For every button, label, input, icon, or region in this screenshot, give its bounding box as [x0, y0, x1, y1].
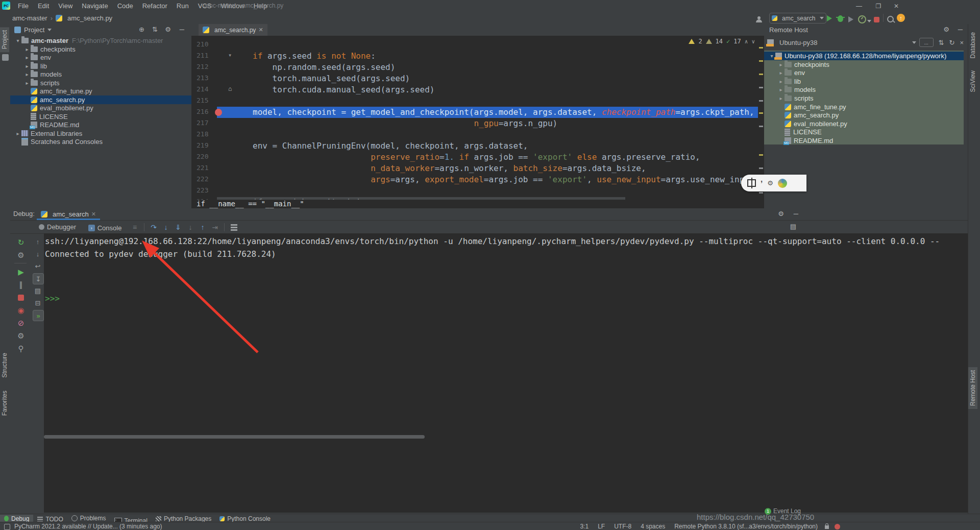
stop-button[interactable] — [874, 15, 879, 23]
evaluate-expression-icon[interactable] — [228, 223, 240, 231]
run-to-cursor-icon[interactable]: ⇥ — [209, 223, 221, 231]
code-line-218[interactable]: 218 — [191, 129, 764, 140]
horizontal-scrollbar[interactable] — [44, 435, 425, 439]
tree-row-scripts[interactable]: ▸scripts — [764, 94, 964, 103]
code-line-217[interactable]: 217 n_gpu=args.n_gpu) — [191, 118, 764, 129]
remote-host-header[interactable]: Remote Host — [769, 24, 808, 35]
tool-window-tab-structure[interactable]: Structure — [0, 350, 9, 381]
fold-marker-icon[interactable]: ▾ — [228, 52, 232, 59]
code-line-214[interactable]: 214⌂ torch.cuda.manual_seed(args.seed) — [191, 84, 764, 95]
readonly-lock-icon[interactable] — [825, 525, 829, 529]
fold-marker-icon[interactable]: ⌂ — [228, 85, 232, 92]
tree-row-amc-fine-tune-py[interactable]: amc_fine_tune.py — [764, 103, 964, 111]
chevron-right-icon[interactable]: ▸ — [777, 62, 785, 67]
ime-logo-icon[interactable] — [778, 179, 787, 188]
code-line-210[interactable]: 210 — [191, 39, 764, 51]
chevron-down-icon[interactable]: ▾ — [14, 38, 21, 43]
code-line-215[interactable]: 215 — [191, 95, 764, 107]
next-problem-icon[interactable]: ∨ — [751, 38, 755, 45]
chevron-right-icon[interactable]: ▸ — [23, 55, 31, 60]
chevron-right-icon[interactable]: ▸ — [23, 71, 31, 77]
menu-run[interactable]: Run — [172, 0, 193, 12]
run-button[interactable] — [827, 14, 832, 21]
tool-window-switcher-icon[interactable] — [4, 524, 10, 530]
maximize-button[interactable]: ❐ — [871, 0, 886, 12]
inspections-widget[interactable]: 2 14 ✓ 17 ∧ ∨ — [689, 38, 755, 45]
code-line-211[interactable]: 211▾if args.seed is not None: — [191, 51, 764, 62]
more-options-button[interactable]: ... — [919, 38, 934, 47]
tree-row-checkpoints[interactable]: ▸checkpoints — [764, 60, 964, 69]
tab-debugger[interactable]: Debugger — [34, 220, 81, 233]
run-configuration-select[interactable]: amc_search — [769, 13, 826, 23]
minimize-button[interactable]: — — [851, 0, 867, 12]
step-into-icon[interactable]: ↓ — [160, 223, 172, 231]
step-into-my-code-icon[interactable]: ↓ — [184, 223, 197, 231]
stripe-mark[interactable] — [759, 167, 763, 169]
breadcrumb-project[interactable]: amc-master — [12, 14, 47, 22]
tree-row-lib[interactable]: ▸lib — [764, 77, 964, 86]
status-widget[interactable]: 3:1 — [580, 523, 589, 530]
stripe-mark[interactable] — [759, 126, 763, 127]
prev-problem-icon[interactable]: ∧ — [745, 38, 748, 45]
ime-chinese-icon[interactable] — [747, 179, 756, 187]
update-available-icon[interactable]: ↑ — [897, 14, 905, 22]
notification-icon[interactable] — [835, 524, 840, 529]
rerun-icon[interactable]: ↻ — [15, 237, 27, 248]
menu-refactor[interactable]: Refactor — [138, 0, 172, 12]
collapse-all-icon[interactable]: ⇅ — [152, 26, 158, 33]
profiler-chevron-icon[interactable] — [867, 17, 871, 25]
settings-icon[interactable]: ⚙ — [15, 331, 27, 341]
mute-breakpoints-icon[interactable]: ⊘ — [15, 318, 27, 328]
menu-view[interactable]: View — [54, 0, 77, 12]
soft-wrap-icon[interactable]: ↩ — [33, 261, 43, 271]
collapse-expand-icon[interactable]: ⇅ — [939, 39, 944, 46]
chevron-right-icon[interactable]: ▸ — [777, 70, 785, 76]
chevron-right-icon[interactable]: ▸ — [777, 79, 785, 84]
stripe-mark[interactable] — [759, 60, 763, 62]
chevron-right-icon[interactable]: ▸ — [777, 87, 785, 92]
profiler-button[interactable] — [858, 15, 866, 23]
debug-console[interactable]: ssh://liyanpeng@192.168.66.128:22/home/l… — [44, 233, 958, 509]
code-line-213[interactable]: 213 torch.manual_seed(args.seed) — [191, 73, 764, 84]
tool-window-tab-remote-host[interactable]: Remote Host — [968, 367, 977, 409]
stripe-mark[interactable] — [759, 192, 763, 194]
tool-window-tab-project[interactable]: Project — [0, 27, 9, 52]
tree-row-readme-md[interactable]: README.md — [10, 121, 191, 129]
tree-row-scripts[interactable]: ▸scripts — [10, 79, 191, 87]
tree-row-license[interactable]: LICENSE — [764, 128, 964, 136]
chevron-right-icon[interactable]: ▸ — [23, 80, 31, 86]
layout-settings-icon[interactable]: ▤ — [790, 223, 796, 230]
code-line-221[interactable]: 221 n_data_worker=args.n_worker, batch_s… — [191, 163, 764, 174]
code-line-223[interactable]: 223 — [191, 185, 764, 197]
tree-row-eval-mobilenet-py[interactable]: eval_mobilenet.py — [10, 104, 191, 112]
tree-row-amc-search-py[interactable]: amc_search.py — [764, 111, 964, 119]
tool-window-tab-sciview[interactable]: SciView — [968, 67, 977, 95]
menu-code[interactable]: Code — [113, 0, 138, 12]
status-widget[interactable]: UTF-8 — [614, 523, 631, 530]
tree-row-scratches-and-consoles[interactable]: Scratches and Consoles — [10, 137, 191, 146]
tree-row-models[interactable]: ▸models — [10, 70, 191, 79]
pause-icon[interactable]: ∥ — [15, 280, 27, 290]
tool-window-button-problems[interactable]: Problems — [67, 514, 110, 522]
chevron-right-icon[interactable]: ▸ — [14, 131, 21, 136]
tree-row-readme-md[interactable]: README.md — [764, 136, 964, 145]
status-widget[interactable]: LF — [598, 523, 605, 530]
chevron-right-icon[interactable]: ▸ — [23, 63, 31, 69]
status-widget[interactable]: Remote Python 3.8.10 (sf...a3/envs/torch… — [674, 523, 818, 530]
tree-row-eval-mobilenet-py[interactable]: eval_mobilenet.py — [764, 119, 964, 128]
resume-icon[interactable]: ▶ — [15, 267, 27, 277]
commit-tool-icon[interactable] — [2, 54, 9, 61]
stripe-mark[interactable] — [759, 112, 763, 114]
tree-row-amc-master[interactable]: ▾amc-masterF:\Python\PyTorch\amc-master — [10, 36, 191, 45]
ime-punctuation-icon[interactable]: ’ — [761, 179, 763, 187]
settings-icon[interactable]: ⚙ — [943, 26, 949, 33]
status-widget[interactable]: 4 spaces — [641, 523, 665, 530]
force-step-into-icon[interactable]: ⇓ — [172, 223, 184, 231]
code-line-222[interactable]: 222 args=args, export_model=args.job == … — [191, 174, 764, 185]
close-tab-icon[interactable]: ✕ — [258, 27, 263, 33]
settings-icon[interactable]: ⚙ — [778, 210, 784, 218]
stop-icon[interactable] — [15, 293, 27, 303]
tool-window-tab-database[interactable]: Database — [968, 29, 977, 61]
scroll-to-end-icon[interactable]: ↧ — [33, 273, 44, 284]
project-panel-header[interactable]: Project — [14, 24, 52, 35]
